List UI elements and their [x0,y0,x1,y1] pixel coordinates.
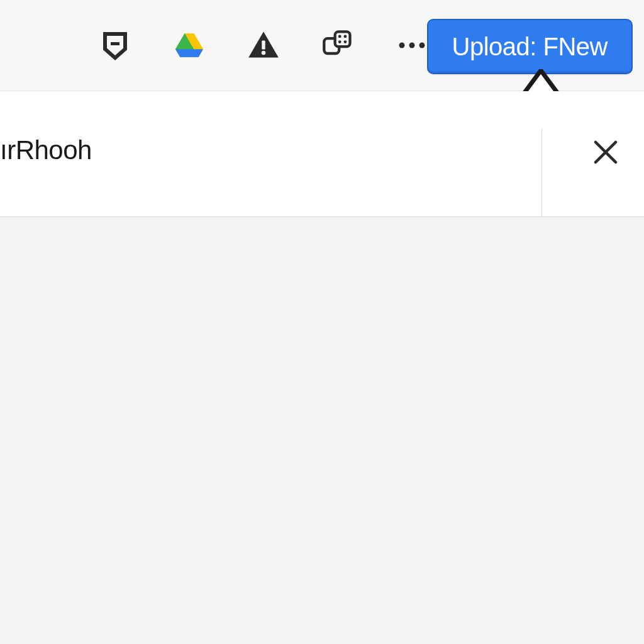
svg-point-16 [344,40,347,43]
overflow-menu-icon[interactable] [394,28,430,63]
svg-rect-9 [262,40,265,49]
svg-marker-8 [175,49,203,57]
content-area [0,217,644,644]
svg-point-15 [338,40,341,43]
svg-point-17 [399,43,405,48]
panel-text: ırRhooh [0,135,92,165]
warning-icon[interactable] [246,28,281,63]
close-button[interactable] [589,135,623,169]
close-icon [593,140,618,165]
info-panel: ırRhooh [0,91,644,217]
svg-point-19 [419,43,425,48]
extensions-icon[interactable] [320,28,355,63]
svg-point-13 [338,35,341,38]
svg-point-18 [409,43,415,48]
svg-point-14 [344,35,347,38]
toolbar: Upload: FNew [0,0,644,91]
svg-point-10 [262,51,266,55]
toolbar-icon-group [97,28,430,63]
panel-divider [541,129,542,216]
google-drive-icon[interactable] [172,28,207,63]
svg-rect-12 [335,31,350,47]
pocket-icon[interactable] [97,28,133,63]
upload-new-button[interactable]: Upload: FNew [427,19,633,74]
svg-rect-0 [111,42,119,45]
